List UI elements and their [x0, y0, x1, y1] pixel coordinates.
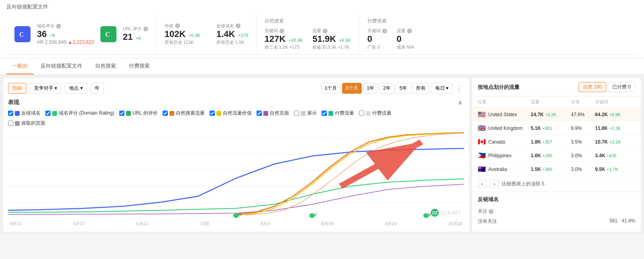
time-daily[interactable]: 每日 ▾: [431, 83, 453, 94]
location-ph-label: Philippines: [488, 153, 512, 158]
chart-label-6: 8月29: [322, 221, 333, 227]
legend-organic-pages[interactable]: 自然页面: [257, 110, 289, 117]
legend-organic-value[interactable]: 自然流量价值: [210, 110, 252, 117]
watermark: DZ DZ-K.NET: [431, 209, 461, 217]
backlink-domains-value: 1.4K: [216, 29, 235, 39]
legend-url-rating[interactable]: URL 的评价: [119, 110, 158, 117]
time-1m[interactable]: 1个月: [321, 83, 340, 94]
paid-traffic-info[interactable]: i: [407, 29, 412, 33]
external-links-info[interactable]: i: [175, 23, 180, 28]
legend-impressions[interactable]: 展示: [294, 110, 317, 117]
svg-text:2: 2: [314, 212, 317, 216]
flag-ph: 🇵🇭: [478, 152, 486, 159]
au-keywords: 9.5K: [595, 166, 605, 172]
ca-keywords: 10.7K: [595, 139, 608, 145]
location-row-uk: 🇬🇧 United Kingdom 5.1K +901 9.9% 11.8K +…: [472, 121, 641, 135]
location-ca-label: Canada: [488, 139, 505, 145]
page-next-button[interactable]: ›: [490, 179, 499, 188]
time-1y[interactable]: 1年: [363, 83, 378, 94]
traffic-panel-tabs: 自然 180 已付费 0: [579, 82, 635, 92]
location-ca-name: 🇨🇦 Canada: [478, 138, 531, 146]
us-traffic: 24.7K: [531, 112, 544, 117]
chart-label-8: 10月20: [448, 221, 462, 227]
paid-kw-info[interactable]: i: [382, 29, 387, 33]
chart-label-4: 7月8: [200, 221, 209, 227]
location-button[interactable]: 地点 ▾: [65, 83, 87, 94]
metric-group-organic: 自然搜索 关键词 i 127K +20.9K 前三名 1.2K +173 流量: [257, 14, 359, 54]
backlinks-row-nofollow: 没有关注 581 41.4%: [478, 216, 635, 226]
watermark-logo: DZ: [431, 209, 439, 217]
top-bar-title: 反向链接配置文件: [6, 3, 638, 10]
tab-general[interactable]: 一般的: [6, 58, 33, 74]
top-bar: 反向链接配置文件 C 域名评分 i 36 +8 AR 2,556,845 ▲3,…: [0, 0, 644, 58]
paid-kw-value: 0: [367, 34, 372, 44]
chart-labels: 4月21 5月17 6月12 7月8 8月3 8月29 9月24 10月20: [8, 221, 464, 227]
chart-section: 指标 竞争对手 ▾ 地点 ▾ 年 1个月 6个月 1年 2年 5年 所有 每日 …: [3, 78, 469, 232]
more-options-button[interactable]: ⋮: [454, 84, 464, 93]
organic-traffic-sub: 价值 $13.3K +1.7K: [312, 44, 351, 50]
domain-rating-info[interactable]: i: [56, 24, 61, 29]
location-row-au: 🇦🇺 Australia 1.5K +380 3.0% 9.5K +1.7K: [472, 162, 641, 176]
tabs-bar: 一般的 反向链接配置文件 自然搜索 付费搜索: [0, 58, 644, 75]
time-2y[interactable]: 2年: [379, 83, 394, 94]
url-rating-change: +6: [136, 36, 141, 41]
organic-traffic-info[interactable]: i: [323, 29, 328, 33]
backlink-domains-info[interactable]: i: [236, 23, 240, 28]
metric-group-paid: 付费搜索 关键词 i 0 广告 0 流量 i: [359, 14, 422, 54]
backlink-domains-sub: 所有历史 1.5K: [216, 39, 248, 45]
legend-backlink-domains[interactable]: 反链域名: [8, 110, 41, 117]
year-button[interactable]: 年: [90, 83, 104, 94]
uk-share: 9.9%: [571, 125, 595, 131]
legend-paid-traffic[interactable]: 付费流量: [322, 110, 354, 117]
legend-domain-rating[interactable]: 域名评分 (Domain Rating): [45, 110, 114, 117]
legend-crawled[interactable]: 抓取的页面: [8, 120, 45, 127]
url-rating-label: URL 评分: [123, 26, 142, 32]
col-traffic: 流量: [531, 99, 571, 105]
chart-svg: G 2 a: [8, 130, 464, 218]
organic-keywords-item: 关键词 i 127K +20.9K 前三名 1.2K +173: [265, 28, 303, 50]
chart-area: G 2 a DZ DZ-K.NET: [8, 130, 464, 218]
time-controls: 1个月 6个月 1年 2年 5年 所有 每日 ▾ ⋮: [321, 83, 464, 94]
tab-organic-traffic[interactable]: 自然 180: [579, 82, 606, 92]
ph-share: 3.0%: [571, 153, 595, 158]
chart-label-3: 6月12: [137, 221, 148, 227]
collapse-button[interactable]: ∧: [456, 99, 464, 107]
time-all[interactable]: 所有: [412, 83, 429, 94]
organic-traffic-value: 51.9K: [312, 34, 336, 44]
tab-paid-traffic[interactable]: 已付费 0: [608, 82, 635, 92]
url-rating-value: 21: [123, 32, 132, 42]
au-kw-change: +1.7K: [607, 167, 618, 172]
flag-au: 🇦🇺: [478, 165, 486, 173]
time-5y[interactable]: 5年: [396, 83, 411, 94]
location-table-header: 位置 流量 分享 关键词: [472, 97, 641, 108]
pagination-row: ‹ › 比较图表上的顶部 5: [472, 176, 641, 192]
organic-traffic-item: 流量 i 51.9K +6.5K 价值 $13.3K +1.7K: [312, 28, 351, 50]
domain-rating-value: 36: [37, 29, 47, 39]
location-us-label: United States: [488, 112, 517, 117]
backlinks-section: 反链域名 关注 i 没有关注 581 41.4%: [472, 192, 641, 230]
backlink-domains-item: 反链域名 i 1.4K +170 所有历史 1.5K: [216, 23, 248, 45]
url-rating-info[interactable]: i: [143, 27, 148, 31]
au-share: 3.0%: [571, 166, 595, 172]
legend-paid-traffic2[interactable]: 付费流量: [359, 110, 391, 117]
backlinks-domains-title: 反链域名: [478, 196, 635, 203]
us-kw-change: +9.6K: [609, 112, 621, 117]
tab-paid[interactable]: 付费搜索: [123, 58, 155, 74]
ph-keywords: 3.4K: [595, 153, 605, 158]
backlinks-nofollow-label: 没有关注: [478, 218, 497, 225]
metrics-button[interactable]: 指标: [8, 83, 26, 94]
page-prev-button[interactable]: ‹: [478, 179, 487, 188]
organic-kw-info[interactable]: i: [279, 29, 284, 33]
tab-backlink-profile[interactable]: 反向链接配置文件: [35, 58, 88, 74]
uk-traffic-change: +901: [542, 126, 552, 131]
competitors-button[interactable]: 竞争对手 ▾: [30, 83, 61, 94]
tab-organic[interactable]: 自然搜索: [90, 58, 122, 74]
paid-traffic-sub: 成本 N/A: [397, 44, 414, 50]
chart-label-7: 9月24: [385, 221, 397, 227]
backlinks-follow-info[interactable]: i: [489, 209, 493, 214]
col-share: 分享: [571, 99, 595, 105]
legend-organic-traffic[interactable]: 自然搜索流量: [163, 110, 205, 117]
time-6m[interactable]: 6个月: [342, 83, 362, 94]
location-au-name: 🇦🇺 Australia: [478, 165, 531, 173]
location-uk-name: 🇬🇧 United Kingdom: [478, 124, 531, 132]
